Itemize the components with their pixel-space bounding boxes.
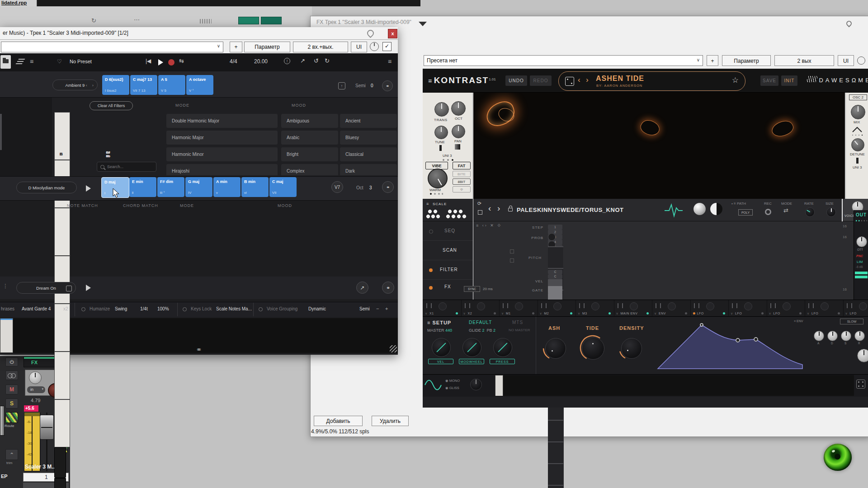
stereo-icon[interactable] bbox=[5, 371, 18, 380]
poly-box[interactable]: POLY bbox=[738, 209, 753, 216]
link-icon[interactable]: ⚭ bbox=[382, 282, 394, 294]
dice-icon[interactable] bbox=[565, 77, 574, 86]
mode-list-item[interactable]: Hirajoshi bbox=[166, 164, 278, 175]
next-sample-icon[interactable]: › bbox=[497, 203, 500, 213]
glide-time-knob[interactable] bbox=[470, 379, 482, 390]
oct-value[interactable]: 3 bbox=[369, 185, 372, 190]
clear-filters-button[interactable]: Clear All Filters bbox=[90, 101, 133, 110]
sync-box[interactable]: SYNC bbox=[464, 286, 480, 292]
voicing-button[interactable]: V7 bbox=[331, 181, 343, 193]
wet-knob-icon[interactable] bbox=[370, 42, 379, 51]
trim-button[interactable]: ⌃ bbox=[5, 449, 18, 460]
default-label[interactable]: DEFAULT bbox=[469, 320, 492, 325]
swing-pct[interactable]: 100% bbox=[157, 306, 169, 311]
timesig-display[interactable] bbox=[261, 17, 282, 24]
export-icon[interactable]: ↗ bbox=[300, 57, 305, 64]
trans-knob[interactable] bbox=[434, 102, 449, 117]
mod-slot[interactable]: ∨LFO bbox=[690, 300, 729, 317]
neighbor-fader[interactable] bbox=[0, 406, 5, 436]
osc2-uni-slider[interactable] bbox=[856, 158, 859, 164]
tab-chord-match[interactable]: CHORD MATCH bbox=[123, 203, 158, 208]
slot-knob[interactable] bbox=[477, 302, 485, 310]
voicegroup-toggle[interactable] bbox=[259, 307, 263, 311]
scaler-preset-dropdown[interactable]: ∨ bbox=[1, 42, 223, 52]
mod-slot[interactable]: ∨M2 bbox=[538, 300, 576, 317]
chevron-down-icon[interactable]: ∨ bbox=[769, 312, 771, 315]
gate-cell[interactable] bbox=[548, 286, 562, 293]
solo-button-left[interactable]: S bbox=[5, 399, 18, 408]
pitch-column[interactable] bbox=[548, 463, 564, 485]
chevron-down-icon[interactable]: ∨ bbox=[731, 312, 733, 315]
redo-button[interactable]: REDO bbox=[530, 75, 552, 86]
preset-pill[interactable]: ‹ › ASHEN TIDE BY: AARON ANDERSON ☆ bbox=[558, 71, 745, 91]
undo-button[interactable]: UNDO bbox=[505, 75, 527, 86]
sphere-white-icon[interactable] bbox=[693, 203, 706, 215]
keyslock-value[interactable]: Scale Notes Ma... bbox=[216, 306, 252, 311]
chord-button[interactable]: A octaveV ° bbox=[186, 75, 213, 95]
slot-knob[interactable] bbox=[591, 302, 599, 310]
fx-ui-button[interactable]: UI bbox=[838, 55, 854, 66]
volume-fader[interactable] bbox=[40, 415, 54, 440]
env-d-knob[interactable] bbox=[827, 331, 838, 341]
seq-toolbar-icons[interactable]: ≡ ‹› ✕ ⟐ bbox=[476, 223, 502, 228]
prob-knob[interactable] bbox=[548, 233, 556, 241]
pan-knob-mixer[interactable] bbox=[29, 371, 42, 384]
gliss-toggle[interactable]: ◉ GLISS bbox=[445, 386, 459, 390]
mood-list-item[interactable]: Classical bbox=[340, 147, 397, 161]
record-button[interactable] bbox=[168, 59, 175, 66]
mod-slot[interactable]: ∨LFO bbox=[843, 300, 868, 317]
filter-key-white[interactable]: B bbox=[54, 399, 70, 447]
scaler-tab-icon[interactable] bbox=[0, 55, 11, 69]
favorite-star-icon[interactable]: ☆ bbox=[732, 75, 739, 85]
pitch-note-pill[interactable]: C bbox=[548, 274, 562, 279]
filter-key-white[interactable]: A bbox=[54, 352, 70, 399]
slot-knob[interactable] bbox=[859, 302, 867, 310]
chevron-down-icon[interactable]: ∨ bbox=[501, 312, 504, 315]
pin-icon[interactable] bbox=[366, 28, 375, 38]
play-button[interactable] bbox=[158, 59, 163, 66]
press-knob[interactable] bbox=[493, 338, 512, 357]
mod-slot[interactable]: ∨LFO bbox=[805, 300, 844, 317]
tab-mode[interactable]: MODE bbox=[180, 203, 194, 208]
modwheel-knob[interactable] bbox=[462, 338, 481, 357]
env-depth-knob[interactable] bbox=[857, 349, 868, 362]
scaler-ui-button[interactable]: UI bbox=[351, 42, 367, 52]
gain-readout[interactable]: 4.79 bbox=[31, 398, 40, 403]
phrase-style[interactable]: Avant Garde 4 bbox=[22, 306, 51, 311]
more-icon[interactable]: ⋯ bbox=[134, 16, 140, 23]
mood-list-item[interactable]: Arabic bbox=[281, 131, 338, 145]
chevron-down-icon[interactable]: ∨ bbox=[463, 312, 466, 315]
drag-midi-icon[interactable]: ↑ bbox=[338, 82, 345, 89]
voicegroup-value[interactable]: Dynamic bbox=[308, 306, 326, 311]
filter-key-black[interactable]: C#Db bbox=[54, 447, 66, 478]
scale-selector[interactable]: D Mixolydian mode bbox=[16, 182, 77, 193]
chevron-down-icon[interactable]: ∨ bbox=[540, 312, 542, 315]
seq-tab[interactable]: SEQ bbox=[423, 221, 473, 241]
slot-knob[interactable] bbox=[439, 302, 447, 310]
triangle-wave-icon[interactable] bbox=[852, 127, 863, 133]
slot-knob[interactable] bbox=[821, 302, 829, 310]
kontrast-visual-display[interactable] bbox=[473, 93, 845, 199]
humanize-toggle[interactable] bbox=[81, 307, 85, 311]
step-pill[interactable]: 1 bbox=[548, 225, 562, 230]
sync-value[interactable]: 20 ms bbox=[483, 287, 493, 291]
keyslock-toggle[interactable] bbox=[183, 307, 187, 311]
bypass-checkbox[interactable]: ✓ bbox=[382, 42, 392, 51]
detune-knob[interactable] bbox=[851, 138, 864, 151]
next-icon[interactable]: › bbox=[92, 80, 94, 90]
tab-note-match[interactable]: NOTE MATCH bbox=[67, 203, 98, 208]
filter-key-black[interactable]: D#Eb bbox=[54, 478, 66, 488]
chevron-down-icon[interactable]: ∨ bbox=[578, 312, 580, 315]
rate-knob[interactable] bbox=[805, 207, 815, 217]
skip-back-icon[interactable]: |◀ bbox=[146, 58, 151, 64]
scan-tab[interactable]: SCAN bbox=[423, 241, 473, 260]
preset-name[interactable]: No Preset bbox=[70, 59, 92, 64]
filter-key-white[interactable]: E bbox=[54, 208, 70, 256]
resize-grip[interactable] bbox=[390, 345, 397, 352]
chord-button[interactable]: B minvi bbox=[241, 177, 269, 197]
mod-slot[interactable]: ∨X2 bbox=[461, 300, 500, 317]
pitch-icon-2[interactable] bbox=[510, 258, 514, 263]
fx-io-button[interactable]: 2 вых bbox=[774, 55, 834, 66]
refresh-icon[interactable]: ↻ bbox=[91, 17, 96, 24]
section-d-play[interactable] bbox=[86, 285, 91, 291]
